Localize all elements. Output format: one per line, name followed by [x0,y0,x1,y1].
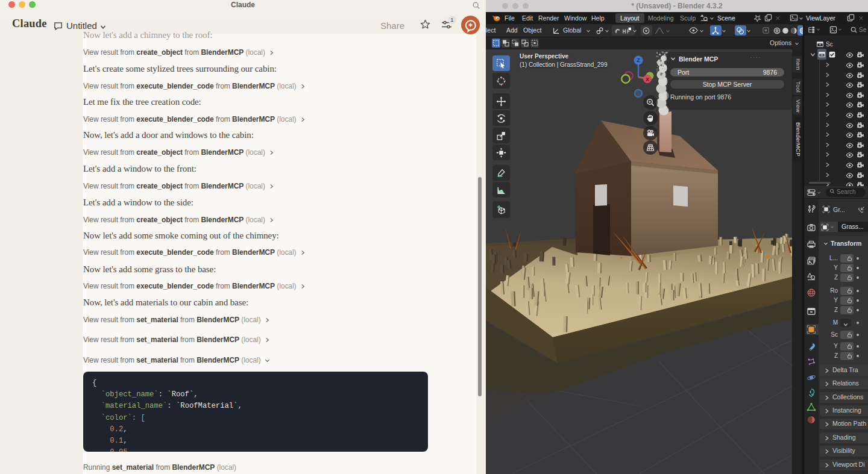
svg-text:X: X [646,76,649,83]
svg-text:Z: Z [637,57,640,63]
